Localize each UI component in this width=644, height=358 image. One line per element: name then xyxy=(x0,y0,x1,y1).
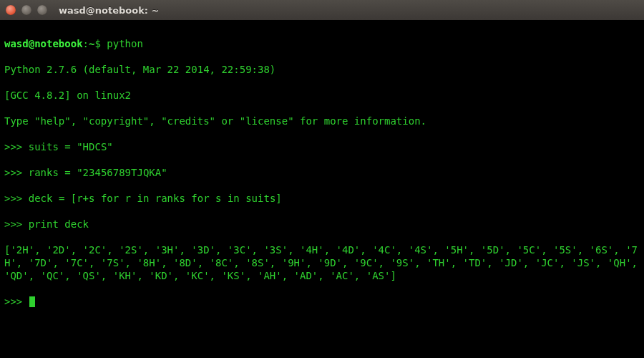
repl-empty-prompt: >>> xyxy=(4,295,640,308)
maximize-icon[interactable] xyxy=(37,5,47,15)
repl-output-deck: ['2H', '2D', '2C', '2S', '3H', '3D', '3C… xyxy=(4,243,640,282)
prompt-user-host: wasd@notebook xyxy=(4,38,83,49)
prompt-sep: : xyxy=(83,38,89,49)
repl-input-2: ranks = "23456789TJQKA" xyxy=(29,167,167,178)
repl-prompt: >>> xyxy=(4,296,22,307)
repl-prompt: >>> xyxy=(4,167,22,178)
repl-prompt: >>> xyxy=(4,193,22,204)
repl-input-3: deck = [r+s for r in ranks for s in suit… xyxy=(29,193,282,204)
terminal-area[interactable]: wasd@notebook:~$ python Python 2.7.6 (de… xyxy=(0,20,644,358)
window-title: wasd@notebook: ~ xyxy=(59,5,159,16)
python-banner-1: Python 2.7.6 (default, Mar 22 2014, 22:5… xyxy=(4,63,640,76)
repl-prompt: >>> xyxy=(4,141,22,153)
close-icon[interactable] xyxy=(6,5,16,15)
repl-prompt: >>> xyxy=(4,218,22,230)
shell-prompt-line: wasd@notebook:~$ python xyxy=(4,37,640,50)
repl-line-3: >>> deck = [r+s for r in ranks for s in … xyxy=(4,192,640,205)
repl-line-4: >>> print deck xyxy=(4,218,640,231)
repl-input-1: suits = "HDCS" xyxy=(29,141,113,153)
python-banner-3: Type "help", "copyright", "credits" or "… xyxy=(4,115,640,127)
prompt-end: $ xyxy=(94,38,100,49)
minimize-icon[interactable] xyxy=(21,5,31,15)
repl-input-4: print deck xyxy=(29,218,89,230)
shell-command: python xyxy=(107,38,143,49)
python-banner-2: [GCC 4.8.2] on linux2 xyxy=(4,89,640,102)
cursor-icon xyxy=(29,296,35,307)
window-titlebar: wasd@notebook: ~ xyxy=(0,0,644,20)
repl-line-1: >>> suits = "HDCS" xyxy=(4,140,640,153)
repl-line-2: >>> ranks = "23456789TJQKA" xyxy=(4,166,640,179)
